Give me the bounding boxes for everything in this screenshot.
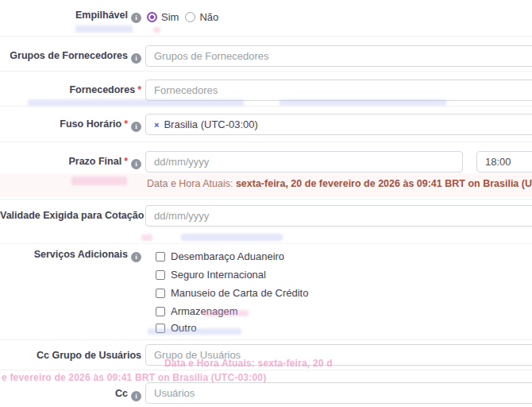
checkbox-manuseio-carta-credito[interactable]: Manuseio de Carta de Crédito <box>156 287 308 299</box>
form-page: Empilháveli Sim Não Grupos de Fornecedor… <box>0 0 532 407</box>
help-text: sexta-feira, 20 de fevereiro de 2026 às … <box>236 178 532 189</box>
label-text: Fornecedores <box>69 84 135 95</box>
label-text: Prazo Final <box>68 156 121 167</box>
checkbox-icon[interactable] <box>156 289 165 298</box>
ghost-artifact <box>71 176 127 185</box>
row-divider <box>0 370 532 370</box>
radio-label: Não <box>199 11 218 23</box>
field-label-empilhavel: Empilháveli <box>0 10 141 23</box>
label-text: Grupos de Fornecedores <box>10 50 128 61</box>
row-divider <box>0 36 532 37</box>
checkbox-icon[interactable] <box>156 307 165 316</box>
row-divider <box>0 71 532 72</box>
required-marker: * <box>124 156 128 167</box>
row-divider <box>0 106 532 107</box>
checkbox-icon[interactable] <box>156 252 165 262</box>
field-label-fornecedores: Fornecedores* <box>0 84 141 96</box>
required-marker: * <box>124 118 128 130</box>
validade-cotacao-input[interactable] <box>145 205 532 227</box>
checkbox-label: Manuseio de Carta de Crédito <box>171 287 308 299</box>
radio-selected-icon[interactable] <box>147 12 157 22</box>
field-label-cc-grupo-usuarios: Cc Grupo de Usuários <box>0 350 141 362</box>
fornecedores-input[interactable] <box>145 79 532 101</box>
label-text: Cc Grupo de Usuários <box>37 350 141 361</box>
ghost-artifact <box>279 99 446 106</box>
field-label-fuso-horario: Fuso Horário*i <box>0 118 141 132</box>
row-divider <box>0 339 532 340</box>
label-text: Empilhável <box>75 10 128 21</box>
label-text: Validade Exigida para Cotação <box>0 210 144 221</box>
prazo-final-date-input[interactable] <box>145 151 463 172</box>
row-divider <box>0 199 532 200</box>
required-marker: * <box>137 84 141 95</box>
ghost-artifact <box>202 310 249 316</box>
checkbox-label: Desembaraço Aduaneiro <box>171 250 284 262</box>
grupos-fornecedores-input[interactable] <box>145 45 532 67</box>
checkbox-icon[interactable] <box>156 270 165 280</box>
fuso-horario-select[interactable]: × Brasilia (UTC-03:00) <box>145 114 532 135</box>
label-text: Cc <box>115 388 128 399</box>
row-divider <box>0 141 532 142</box>
radio-option-nao[interactable]: Não <box>185 11 218 23</box>
field-label-prazo-final: Prazo Final*i <box>0 156 141 169</box>
field-label-validade-cotacao: Validade Exigida para Cotaçãoi <box>0 210 141 223</box>
ghost-artifact <box>141 235 152 241</box>
help-prefix: Data e Hora Atuais: <box>147 178 233 189</box>
current-datetime-help: Data e Hora Atuais: sexta-feira, 20 de f… <box>147 178 532 189</box>
ghost-artifact <box>148 328 241 335</box>
radio-label: Sim <box>161 11 179 23</box>
info-icon[interactable]: i <box>131 53 141 64</box>
ghost-datetime-text-line2: e fevereiro de 2026 às 09:41 BRT on Bras… <box>2 372 266 383</box>
cc-input[interactable] <box>145 382 532 404</box>
ghost-artifact <box>181 234 283 241</box>
field-label-cc: Cci <box>0 388 141 401</box>
info-icon[interactable]: i <box>131 159 141 169</box>
ghost-datetime-text-line1: Data e Hora Atuais: sexta-feira, 20 d <box>164 358 333 369</box>
label-text: Serviços Adicionais <box>34 249 128 260</box>
field-label-servicos-adicionais: Serviços Adicionaisi <box>0 249 141 262</box>
info-icon[interactable]: i <box>131 13 141 23</box>
info-icon[interactable]: i <box>131 122 141 132</box>
checkbox-label: Seguro Internacional <box>171 269 266 281</box>
label-text: Fuso Horário <box>60 118 121 130</box>
timezone-tag-label: Brasilia (UTC-03:00) <box>164 118 257 130</box>
checkbox-seguro-internacional[interactable]: Seguro Internacional <box>156 269 266 281</box>
info-icon[interactable]: i <box>131 252 141 262</box>
row-divider <box>0 243 532 244</box>
checkbox-desembaraco-aduaneiro[interactable]: Desembaraço Aduaneiro <box>156 250 284 262</box>
ghost-artifact <box>75 25 133 33</box>
prazo-final-time-input[interactable] <box>476 151 532 172</box>
empilhavel-radio-group: Sim Não <box>147 11 218 23</box>
info-icon[interactable]: i <box>131 391 141 401</box>
ghost-artifact <box>153 27 160 33</box>
tag-remove-icon[interactable]: × <box>154 120 159 130</box>
field-label-grupos-fornecedores: Grupos de Fornecedoresi <box>0 50 141 64</box>
radio-unselected-icon[interactable] <box>185 12 195 22</box>
radio-option-sim[interactable]: Sim <box>147 11 179 23</box>
